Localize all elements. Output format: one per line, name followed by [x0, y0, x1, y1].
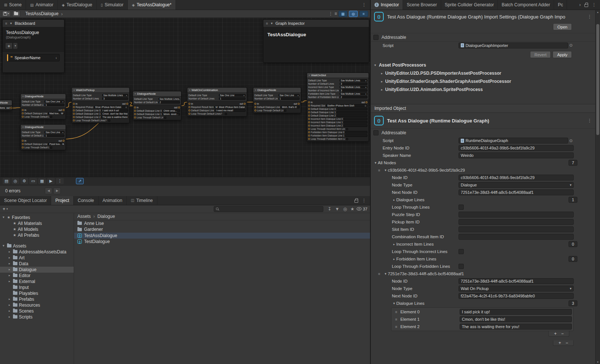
revert-button[interactable]: Revert [530, 51, 551, 58]
node-text-field[interactable] [345, 134, 367, 137]
foldout-arrow-icon[interactable] [383, 272, 388, 276]
property-dropdown[interactable]: Wait On Pickup [459, 286, 574, 291]
add-property-button[interactable]: + [5, 43, 13, 49]
property-dropdown[interactable]: Dialogue [459, 182, 574, 188]
project-search[interactable] [214, 206, 323, 212]
drag-handle-icon[interactable] [395, 317, 400, 321]
input-port-icon[interactable] [308, 115, 310, 117]
property-field[interactable] [459, 234, 574, 240]
tab-batch-component-adder[interactable]: Batch Component Adder [498, 0, 554, 10]
blackboard-toggle-button[interactable] [359, 11, 368, 17]
graph-options-menu-icon[interactable] [329, 11, 333, 16]
property-field[interactable]: 7251e73e-38d3-44ff-a8c5-bcf54088aaf1 [459, 189, 574, 195]
input-port-icon[interactable] [134, 117, 136, 118]
tree-arrow-icon[interactable]: ▼ [1, 244, 6, 247]
node-text-field[interactable]: Mmm, good... [163, 113, 180, 115]
node-number-field[interactable]: 2 [159, 101, 180, 104]
input-port-icon[interactable] [308, 131, 310, 133]
tree-item-prefabs[interactable]: ▸Prefabs [0, 296, 74, 302]
object-picker-icon[interactable] [568, 138, 574, 144]
lock-icon[interactable] [354, 200, 358, 203]
tree-item-editor[interactable]: ▸Editor [0, 273, 74, 279]
node-text-field[interactable]: I said pick it up! [101, 109, 128, 112]
graph-canvas[interactable]: StartNodeConnectionsoutDialogueNodeDefau… [0, 18, 370, 177]
node-checkbox[interactable] [284, 109, 286, 112]
tree-item-dialogue[interactable]: ▸Dialogue [0, 267, 74, 273]
property-field[interactable] [459, 219, 574, 225]
save-asset-button[interactable] [2, 11, 11, 17]
tab-simulator[interactable]: ▯Simulator [97, 0, 128, 10]
property-field[interactable]: c93b5606-401f-49a2-99b5-9ecbf1fa9c29 [459, 175, 574, 181]
output-port-icon[interactable] [298, 103, 300, 105]
tab-sprite-collider-generator[interactable]: Sprite Collider Generator [441, 0, 498, 10]
add-property-caret-icon[interactable] [13, 43, 18, 49]
input-port-icon[interactable] [134, 107, 136, 108]
input-port-icon[interactable] [308, 138, 310, 140]
node-object-field[interactable]: M_Meat (Pickup Item Data) [214, 106, 246, 108]
property-checkbox[interactable] [459, 249, 464, 254]
node-text-field[interactable]: I need my meat! [215, 109, 246, 112]
node-checkbox[interactable] [164, 117, 166, 119]
graph-inspector-toggle-button[interactable] [349, 11, 358, 17]
tab-animation[interactable]: Animation [99, 196, 127, 205]
node-title-bar[interactable]: WaitOnCombination [187, 88, 247, 93]
output-port-icon[interactable] [10, 107, 12, 109]
input-port-icon[interactable] [308, 108, 310, 110]
tree-item-scenes[interactable]: ▸Scenes [0, 308, 74, 314]
node-number-field[interactable]: 3 [340, 82, 367, 85]
output-port-icon[interactable] [178, 107, 180, 108]
postprocessor-unityeditor-shadergraph-shadergraphassetpostprocessor[interactable]: UnityEditor.ShaderGraph.ShaderGraphAsset… [371, 77, 595, 85]
output-port-icon[interactable] [63, 140, 64, 142]
tab-overflow-chevron-icon[interactable] [579, 3, 581, 7]
array-size-field[interactable]: 0 [569, 241, 577, 247]
input-port-icon[interactable] [73, 113, 75, 115]
node-object-field[interactable]: Slotfire (Pickup Item Slot) [326, 104, 367, 107]
tab-timeline[interactable]: ◫Timeline [127, 196, 157, 205]
tree-item-input[interactable]: Input [0, 284, 74, 290]
foldout-arrow-icon[interactable] [392, 257, 396, 261]
blackboard-header[interactable]: Blackboard [3, 20, 64, 27]
object-menu-icon[interactable] [587, 118, 592, 123]
node-text-field[interactable] [344, 118, 367, 120]
input-port-icon[interactable] [189, 113, 190, 115]
node-number-field[interactable]: 1 [219, 97, 246, 100]
tools-icon[interactable]: ⚙ [20, 178, 28, 184]
input-port-icon[interactable] [22, 146, 24, 148]
input-port-icon[interactable] [254, 109, 256, 111]
output-port-icon[interactable] [63, 109, 64, 111]
tab-scene-object-locator[interactable]: Scene Object Locator [0, 196, 51, 205]
tab-console[interactable]: Console [74, 196, 99, 205]
node-dropdown[interactable]: Say One Line [219, 94, 246, 97]
node-title-bar[interactable]: WaitOnSlot [307, 73, 369, 78]
tree-arrow-icon[interactable]: ▸ [7, 274, 11, 277]
show-in-project-button[interactable] [12, 11, 20, 17]
drag-handle-icon[interactable] [395, 325, 400, 329]
asset-postprocessors-foldout[interactable]: Asset PostProcessors [371, 61, 595, 69]
node-dropdown[interactable]: Say Multiple Lines [159, 98, 180, 100]
input-port-icon[interactable] [189, 109, 190, 111]
tree-arrow-icon[interactable]: ▸ [7, 309, 11, 313]
property-checkbox[interactable] [459, 205, 464, 210]
node-text-field[interactable]: Mmh, that's it! [281, 106, 300, 108]
add-node-button[interactable]: + [559, 341, 561, 345]
inspector-lock-icon[interactable] [584, 4, 588, 7]
postprocessor-unityeditor-u2d-psd-psdimporterassetpostprocessor[interactable]: UnityEditor.U2D.PSD.PSDImporterAssetPost… [371, 69, 595, 77]
tree-item-all-prefabs[interactable]: ★All Prefabs [0, 232, 74, 238]
node-dropdown[interactable]: Say One Line [44, 100, 64, 103]
header-menu-icon[interactable] [587, 14, 592, 19]
editor-tabs-menu-icon[interactable] [362, 3, 366, 7]
input-port-icon[interactable] [134, 113, 136, 115]
node-checkbox[interactable] [346, 128, 348, 130]
node-checkbox[interactable] [225, 113, 227, 115]
node-text-field[interactable] [344, 121, 367, 124]
input-port-icon[interactable] [308, 101, 310, 103]
tab-testdialogue[interactable]: ◈TestDialogue [58, 0, 97, 10]
tab-pc[interactable]: Pc [554, 0, 567, 10]
input-port-icon[interactable] [308, 128, 310, 130]
property-field[interactable] [459, 212, 574, 218]
property-field[interactable]: 7251e73e-38d3-44ff-a8c5-bcf54088aaf1 [459, 278, 574, 284]
node-number-field[interactable]: 1 [279, 97, 300, 100]
node-object-field[interactable]: Shoe (Pickup Item Data) [94, 106, 128, 108]
collapse-arrow-icon[interactable] [270, 22, 273, 25]
foldout-arrow-icon[interactable] [392, 198, 396, 202]
